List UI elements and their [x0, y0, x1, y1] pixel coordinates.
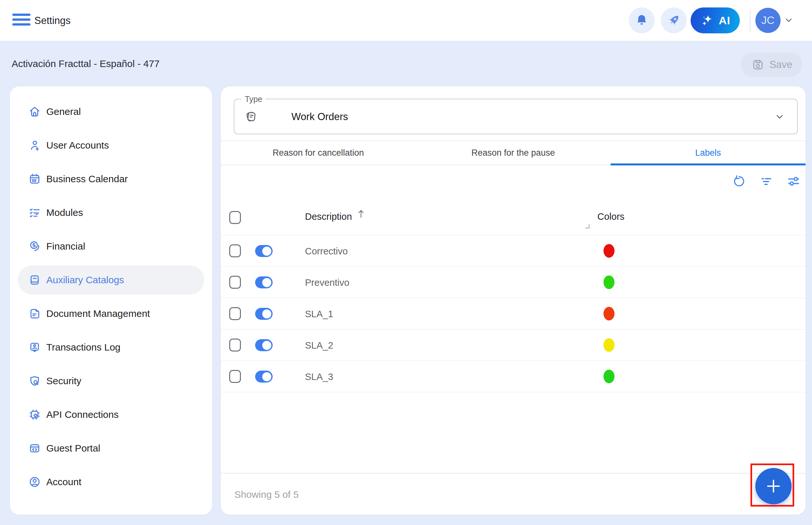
checklist-icon: [28, 206, 41, 219]
tab-bar: Reason for cancellationReason for the pa…: [221, 140, 806, 165]
sidebar-item-label: Account: [46, 477, 81, 487]
column-resize-handle[interactable]: [585, 224, 590, 228]
main-panel: Type Work Orders Reason for cancellation…: [221, 87, 806, 515]
row-color-dot: [604, 307, 615, 320]
pagination-status: Showing 5 of 5: [234, 489, 298, 500]
tab-reason-for-the-pause[interactable]: Reason for the pause: [416, 141, 610, 165]
sidebar-item-label: Guest Portal: [46, 443, 100, 454]
display-settings-icon[interactable]: [787, 175, 800, 188]
tab-labels[interactable]: Labels: [610, 141, 806, 165]
sidebar-item-label: Transactions Log: [46, 342, 120, 353]
portal-icon: [28, 442, 41, 455]
sidebar-item-security[interactable]: Security: [18, 364, 204, 398]
table-row-sla_3[interactable]: SLA_3: [221, 361, 806, 392]
column-header-description[interactable]: Description: [305, 211, 352, 222]
row-description: Preventivo: [305, 278, 349, 288]
refresh-icon[interactable]: [732, 175, 746, 188]
sparkle-icon: [700, 13, 714, 28]
save-button[interactable]: Save: [741, 52, 802, 77]
sidebar-item-document-management[interactable]: Document Management: [18, 297, 204, 330]
table-row-preventivo[interactable]: Preventivo: [221, 267, 806, 298]
sidebar-item-auxiliary-catalogs[interactable]: Auxiliary Catalogs: [18, 263, 204, 297]
avatar[interactable]: JC: [755, 8, 781, 33]
table-row-sla_2[interactable]: SLA_2: [221, 330, 806, 361]
sidebar-item-modules[interactable]: Modules: [18, 196, 204, 229]
sidebar: GeneralUser AccountsBusiness CalendarMod…: [10, 87, 212, 515]
select-all-checkbox[interactable]: [229, 211, 241, 224]
tags-icon: [243, 109, 259, 124]
row-description: Correctivo: [305, 246, 348, 257]
sidebar-item-label: User Accounts: [46, 140, 109, 151]
row-description: SLA_1: [305, 309, 333, 319]
sidebar-item-label: Modules: [46, 207, 83, 218]
ai-label: AI: [719, 14, 730, 27]
type-value: Work Orders: [291, 111, 348, 123]
select-chevron-icon: [774, 112, 785, 122]
footer-divider: [221, 473, 806, 474]
sidebar-item-label: Document Management: [46, 308, 150, 319]
row-toggle-on[interactable]: [255, 276, 272, 288]
sidebar-item-label: Auxiliary Catalogs: [46, 274, 124, 285]
bell-icon: [634, 13, 649, 28]
account-icon: [28, 476, 41, 489]
row-checkbox[interactable]: [229, 339, 241, 351]
row-description: SLA_3: [305, 372, 333, 382]
row-toggle-on[interactable]: [255, 339, 272, 351]
labels-table: CorrectivoPreventivoSLA_1SLA_2SLA_3: [221, 235, 806, 392]
row-color-dot: [604, 370, 615, 383]
ai-button[interactable]: AI: [691, 7, 740, 33]
type-select[interactable]: Type Work Orders: [234, 99, 798, 134]
user-add-icon: [28, 139, 41, 152]
sidebar-item-financial[interactable]: Financial: [18, 229, 204, 263]
log-icon: [28, 341, 41, 354]
row-toggle-on[interactable]: [255, 371, 272, 382]
breadcrumb: Activación Fracttal - Español - 477: [12, 58, 160, 69]
settings-page: Settings: [0, 0, 812, 525]
row-checkbox[interactable]: [229, 370, 241, 383]
rocket-icon: [666, 12, 682, 29]
table-row-sla_1[interactable]: SLA_1: [221, 298, 806, 330]
row-toggle-on[interactable]: [255, 308, 272, 320]
sidebar-item-api-connections[interactable]: API Connections: [18, 398, 204, 432]
row-checkbox[interactable]: [229, 244, 241, 257]
dollar-icon: [28, 240, 41, 253]
catalog-icon: [28, 273, 41, 286]
row-description: SLA_2: [305, 340, 333, 351]
launcher-button[interactable]: [661, 7, 687, 33]
menu-icon[interactable]: [12, 14, 30, 27]
sidebar-item-label: General: [46, 106, 81, 117]
save-icon: [751, 58, 765, 72]
row-checkbox[interactable]: [229, 276, 241, 289]
filter-icon[interactable]: [759, 175, 773, 188]
notifications-button[interactable]: [629, 7, 655, 33]
topbar-divider: [750, 10, 751, 31]
table-row-correctivo[interactable]: Correctivo: [221, 235, 806, 267]
save-label: Save: [770, 59, 793, 71]
shield-icon: [28, 375, 41, 387]
sort-ascending-icon[interactable]: [357, 209, 365, 219]
document-icon: [28, 307, 41, 320]
chevron-down-icon[interactable]: [784, 16, 794, 25]
row-color-dot: [604, 244, 615, 258]
top-bar: Settings: [0, 0, 812, 41]
sidebar-item-general[interactable]: General: [18, 95, 204, 129]
sidebar-item-label: Security: [46, 375, 81, 387]
row-checkbox[interactable]: [229, 307, 241, 320]
page-title: Settings: [34, 15, 71, 27]
row-color-dot: [604, 338, 615, 352]
sidebar-item-label: API Connections: [46, 409, 118, 420]
sidebar-item-user-accounts[interactable]: User Accounts: [18, 129, 204, 162]
highlight-annotation: [751, 464, 794, 507]
sidebar-item-transactions-log[interactable]: Transactions Log: [18, 330, 204, 364]
calendar-icon: [28, 172, 41, 185]
column-header-colors[interactable]: Colors: [597, 211, 624, 222]
sidebar-item-guest-portal[interactable]: Guest Portal: [18, 432, 204, 465]
home-icon: [28, 105, 41, 118]
sidebar-item-account[interactable]: Account: [18, 465, 204, 499]
row-color-dot: [604, 275, 615, 289]
sidebar-item-label: Financial: [46, 241, 85, 252]
sidebar-item-business-calendar[interactable]: Business Calendar: [18, 162, 204, 196]
row-toggle-on[interactable]: [255, 245, 272, 257]
tab-reason-for-cancellation[interactable]: Reason for cancellation: [221, 141, 416, 165]
type-field-label: Type: [241, 94, 265, 104]
